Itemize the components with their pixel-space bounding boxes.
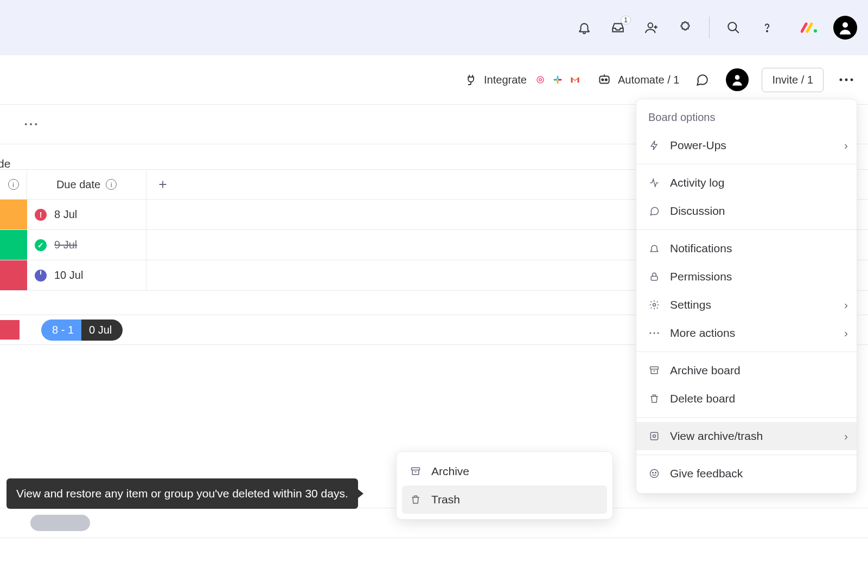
svg-rect-8 bbox=[553, 79, 557, 81]
lightning-icon bbox=[648, 139, 660, 151]
menu-item-label: Settings bbox=[670, 298, 711, 311]
duedate-cell[interactable]: ! 8 Jul bbox=[27, 200, 146, 229]
menu-item-feedback[interactable]: Give feedback bbox=[636, 459, 857, 488]
activity-icon bbox=[648, 177, 660, 189]
menu-item-label: Permissions bbox=[670, 270, 732, 283]
svg-point-31 bbox=[655, 472, 656, 474]
menu-item-powerups[interactable]: Power-Ups › bbox=[636, 131, 857, 159]
menu-item-label: Discussion bbox=[670, 204, 725, 218]
svg-rect-7 bbox=[557, 76, 558, 80]
date-range-pill[interactable]: 8 - 1 0 Jul bbox=[41, 319, 123, 341]
lock-icon bbox=[648, 271, 660, 283]
menu-separator bbox=[636, 351, 857, 352]
menu-title: Board options bbox=[636, 111, 857, 131]
integration-icons bbox=[533, 68, 585, 91]
svg-rect-9 bbox=[557, 80, 558, 84]
dots-icon bbox=[648, 327, 660, 339]
archive-icon bbox=[410, 465, 422, 477]
menu-item-label: More actions bbox=[670, 327, 735, 340]
submenu-item-trash[interactable]: Trash bbox=[402, 485, 607, 514]
board-toolbar: Integrate Automate / 1 Invite / 1 bbox=[0, 55, 868, 104]
svg-point-19 bbox=[30, 123, 32, 125]
menu-item-label: Give feedback bbox=[670, 467, 743, 480]
svg-point-12 bbox=[602, 79, 603, 80]
svg-point-13 bbox=[605, 79, 607, 80]
puzzle-icon[interactable] bbox=[675, 18, 695, 37]
menu-item-archive-board[interactable]: Archive board bbox=[636, 356, 857, 385]
menu-item-activity[interactable]: Activity log bbox=[636, 169, 857, 197]
pill-right: 0 Jul bbox=[81, 319, 123, 341]
svg-rect-11 bbox=[599, 76, 609, 84]
menu-item-more-actions[interactable]: More actions › bbox=[636, 319, 857, 347]
archive-icon bbox=[648, 365, 660, 376]
board-options-menu: Board options Power-Ups › Activity log D… bbox=[636, 99, 857, 494]
svg-point-2 bbox=[767, 30, 768, 31]
partial-tab-label: de bbox=[0, 157, 10, 170]
view-options-button[interactable] bbox=[24, 122, 38, 126]
svg-point-23 bbox=[649, 332, 651, 334]
bell-icon[interactable] bbox=[575, 18, 594, 37]
svg-point-14 bbox=[735, 75, 740, 80]
menu-separator bbox=[636, 455, 857, 455]
duedate-value: 9 Jul bbox=[54, 239, 77, 251]
chevron-right-icon: › bbox=[844, 139, 848, 152]
status-cell[interactable] bbox=[0, 260, 27, 290]
menu-separator bbox=[636, 417, 857, 418]
svg-point-24 bbox=[653, 332, 655, 334]
svg-point-3 bbox=[814, 29, 817, 33]
chevron-right-icon: › bbox=[844, 430, 848, 443]
menu-item-label: Activity log bbox=[670, 176, 724, 189]
menu-item-permissions[interactable]: Permissions bbox=[636, 263, 857, 291]
svg-rect-21 bbox=[651, 276, 658, 280]
help-icon[interactable] bbox=[757, 18, 777, 37]
menu-separator bbox=[636, 164, 857, 164]
menu-item-view-archive-trash[interactable]: View archive/trash › bbox=[636, 422, 857, 450]
status-column-header[interactable]: i bbox=[0, 170, 27, 199]
integrate-button[interactable]: Integrate bbox=[464, 68, 585, 91]
invite-button[interactable]: Invite / 1 bbox=[762, 68, 824, 92]
inbox-icon[interactable]: 1 bbox=[608, 18, 628, 37]
svg-point-15 bbox=[840, 79, 843, 81]
info-icon: i bbox=[8, 179, 19, 190]
status-cell[interactable] bbox=[0, 230, 27, 260]
svg-rect-26 bbox=[650, 367, 659, 369]
status-cell[interactable] bbox=[0, 200, 27, 229]
menu-item-settings[interactable]: Settings › bbox=[636, 291, 857, 319]
add-column-button[interactable] bbox=[146, 170, 179, 199]
menu-item-notifications[interactable]: Notifications bbox=[636, 234, 857, 263]
menu-item-discussion[interactable]: Discussion bbox=[636, 197, 857, 225]
svg-point-22 bbox=[653, 304, 656, 306]
submenu-item-label: Archive bbox=[431, 465, 469, 478]
invite-label: Invite / 1 bbox=[772, 74, 813, 86]
svg-point-6 bbox=[539, 79, 542, 81]
board-menu-button[interactable] bbox=[835, 69, 857, 91]
submenu-item-archive[interactable]: Archive bbox=[402, 457, 607, 485]
duedate-cell[interactable]: ✓ 9 Jul bbox=[27, 230, 146, 260]
duedate-column-header[interactable]: Due date i bbox=[27, 170, 146, 199]
menu-item-delete-board[interactable]: Delete board bbox=[636, 385, 857, 413]
chat-icon bbox=[648, 205, 660, 217]
svg-point-4 bbox=[843, 22, 848, 28]
chat-icon[interactable] bbox=[691, 69, 713, 91]
smile-icon bbox=[648, 468, 660, 480]
check-icon: ✓ bbox=[35, 239, 47, 251]
svg-point-17 bbox=[851, 79, 853, 81]
search-icon[interactable] bbox=[724, 18, 743, 37]
automate-button[interactable]: Automate / 1 bbox=[597, 73, 679, 87]
trash-icon bbox=[648, 393, 660, 405]
svg-point-1 bbox=[728, 22, 736, 30]
svg-point-18 bbox=[25, 123, 27, 125]
gmail-hex-icon bbox=[565, 68, 585, 91]
info-icon: i bbox=[106, 179, 117, 190]
duedate-value: 10 Jul bbox=[54, 269, 83, 282]
product-logo bbox=[791, 21, 819, 35]
summary-status-swatch bbox=[0, 320, 20, 340]
user-avatar[interactable] bbox=[833, 16, 857, 40]
duedate-cell[interactable]: 10 Jul bbox=[27, 260, 146, 290]
svg-rect-10 bbox=[558, 79, 562, 81]
bell-icon bbox=[648, 242, 660, 254]
member-avatar[interactable] bbox=[725, 67, 750, 92]
tooltip: View and restore any item or group you'v… bbox=[7, 478, 358, 509]
duedate-header-label: Due date bbox=[56, 178, 100, 191]
invite-user-icon[interactable] bbox=[642, 18, 661, 37]
